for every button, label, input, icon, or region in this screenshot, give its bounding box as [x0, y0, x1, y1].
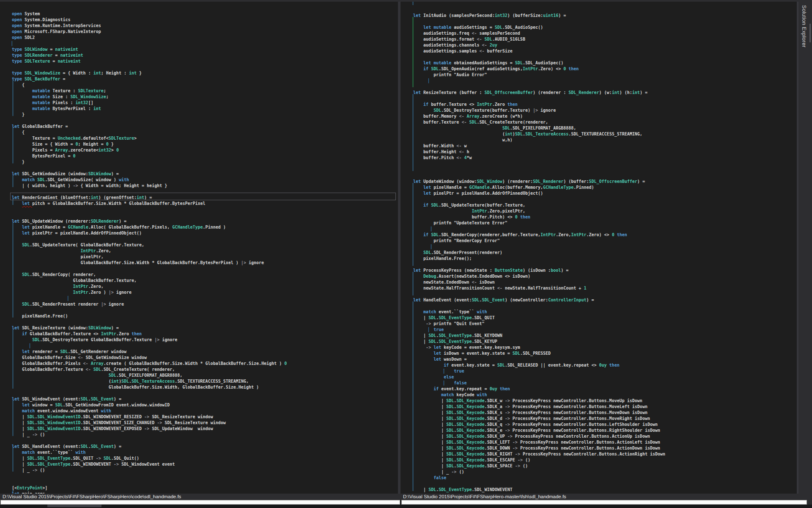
code-token: newState.HalfTransitionCount + [505, 286, 584, 290]
code-token: mutable [32, 106, 52, 111]
code-token: System.Diagnostics [25, 17, 70, 22]
code-line: type SDL_WindowSize = { Width : int; Hei… [12, 70, 398, 76]
editor-pane-left[interactable]: open Systemopen System.Diagnosticsopen S… [0, 2, 398, 494]
code-token: -> [505, 398, 513, 403]
code-token [413, 25, 423, 30]
code-token: audioSettings.format [413, 37, 477, 41]
code-token: SDL_EventType [439, 339, 472, 344]
code-token: ) (isDown : [523, 268, 551, 273]
code-token: ProcessKeyPress newController.Buttons.Ac… [520, 446, 660, 450]
code-token: 0uy [490, 387, 497, 391]
code-token: nativeint [60, 53, 83, 58]
scope-guide-line [413, 272, 413, 295]
caret-guide-bar: ▏ [12, 41, 14, 46]
code-token: renderer = [32, 349, 60, 354]
vs-editor-window: open Systemopen System.Diagnosticsopen S… [0, 0, 812, 508]
code-token: .Zero [492, 102, 508, 107]
code-token: SDL [428, 339, 436, 344]
code-token [12, 248, 81, 253]
code-token: .SDL_WINDOWEVENT_SIZE_CHANGED [81, 420, 157, 425]
code-token: pixelPtr = pixelHandle.AddrOfPinnedObjec… [433, 191, 543, 196]
code-token: SDL [81, 397, 88, 401]
code-token: int32 [76, 100, 88, 105]
code-token: GlobalBackBuffer.Size [12, 355, 78, 360]
code-token: keyCode = event.key.keysym.sym [444, 345, 520, 350]
code-token [413, 363, 444, 367]
code-token: .zeroCreate< [68, 148, 98, 152]
code-token: type [12, 71, 25, 75]
code-line: let wasDown = [413, 356, 797, 362]
code-token: SDLRenderer [25, 53, 52, 58]
code-line: IntPtr.Zero, [12, 284, 398, 290]
code-line [12, 118, 398, 124]
code-token: SDL [513, 351, 520, 356]
code-token: SDL_WindowSize [25, 71, 60, 75]
code-line: | SDL.SDL_Keycode.SDLK_UP -> ProcessKeyP… [413, 433, 797, 439]
code-token: SDLRenderer [91, 219, 119, 224]
code-token: true [433, 327, 444, 332]
code-token: int32 [99, 148, 111, 152]
bottom-strip-right [401, 505, 812, 508]
code-token: .AUDIO_S16LSB [492, 37, 525, 41]
code-token: () [459, 469, 464, 474]
code-token: let [12, 219, 22, 224]
code-line: let pixelHandle = GCHandle.Alloc(buffer.… [413, 185, 797, 190]
code-token: Array [466, 114, 479, 119]
code-line: | _ -> () [413, 469, 797, 475]
code-token: -> [114, 462, 121, 467]
code-line: if event.key.repeat = 0uy then [413, 386, 797, 392]
scope-guide-line [13, 448, 13, 472]
code-token: buffer.Width [413, 144, 456, 148]
code-token: .Zero ) [88, 290, 109, 295]
code-area-right[interactable]: let InitAudio (samplesPerSecond:int32) (… [401, 2, 797, 493]
code-token: | _ [413, 469, 451, 474]
bottom-scroll-thumb[interactable] [47, 505, 102, 507]
editor-pane-right[interactable]: let InitAudio (samplesPerSecond:int32) (… [401, 2, 797, 494]
code-token: .Pinned) [573, 185, 594, 190]
code-line: [<EntryPoint>] [12, 485, 398, 491]
code-line: IntPtr.Zero, [12, 248, 398, 254]
code-token: ; [104, 88, 106, 93]
code-line: if SDL.SDL_UpdateTexture(buffer.Texture, [413, 202, 797, 208]
code-line: if event.key.state = SDL.SDL_RELEASED ||… [413, 362, 797, 368]
code-token: .SDLK_e [485, 428, 505, 433]
code-token: <- [461, 120, 469, 124]
scope-guide-line [413, 17, 413, 87]
code-token: .SDL_Quit() [111, 456, 139, 461]
code-token: Size : [52, 94, 70, 99]
code-token: 0 [73, 154, 76, 158]
code-area-left[interactable]: open Systemopen System.Diagnosticsopen S… [0, 2, 398, 494]
code-token: -> [157, 420, 165, 425]
code-token [12, 337, 32, 342]
code-token: .SDL_QUIT [71, 456, 96, 461]
code-token: | [12, 426, 27, 431]
code-line: | SDL.SDL_Keycode.SDLK_d -> ProcessKeyPr… [413, 416, 797, 422]
code-token: <- [497, 286, 505, 290]
code-line: printfn "UpdateTexture Error" [413, 220, 797, 226]
code-token: .SDLK_a [485, 404, 505, 409]
code-token: Texture = [12, 136, 58, 141]
code-line: pixelHandle.Free() [12, 313, 398, 319]
code-token: -> [505, 404, 513, 409]
code-token: .Assert(newState.EndedDown <> isDown) [436, 274, 530, 279]
code-line: SDL.SDL_RenderPresent(renderer) [413, 250, 797, 256]
code-token: SDL_EventType [439, 333, 472, 338]
horizontal-scrollbar-left[interactable] [0, 500, 400, 505]
code-token: then [132, 331, 142, 336]
code-token: SDL [121, 379, 129, 384]
code-token: .SDL_KEYUP [472, 339, 497, 344]
code-token: SDL_WindowEventID [37, 426, 80, 431]
code-token: ) (bufferSize: [508, 13, 543, 18]
horizontal-scrollbar-right[interactable] [401, 500, 807, 505]
code-token: .SDLK_q [485, 422, 505, 427]
code-token: .SDLK_RIGHT [485, 452, 515, 456]
solution-explorer-tab[interactable]: Solution Explorer [801, 5, 807, 47]
code-line [413, 173, 797, 179]
code-token [12, 106, 32, 111]
code-line: type SDLTexture = nativeint [12, 58, 398, 64]
code-token: = [52, 53, 60, 58]
code-token: open [12, 23, 25, 28]
code-token: GCHandle [469, 185, 489, 190]
solution-explorer-scroll-thumb[interactable] [809, 24, 811, 42]
code-token: uint16 [543, 13, 558, 18]
